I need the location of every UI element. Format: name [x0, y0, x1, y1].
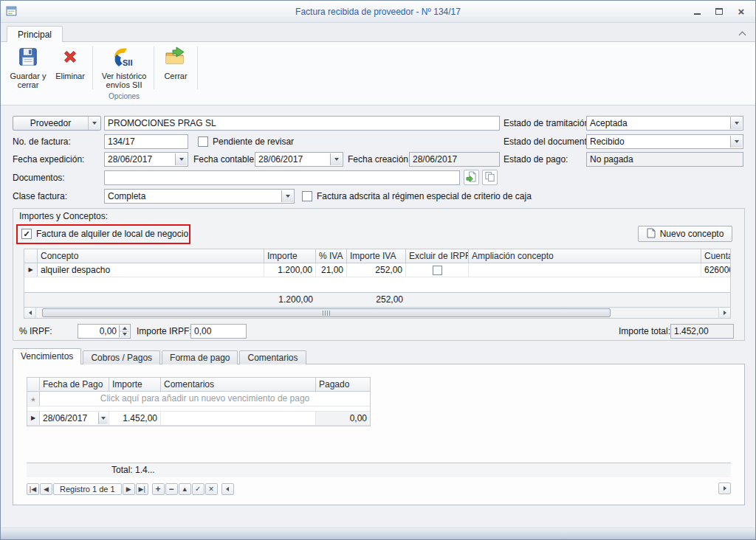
delete-button[interactable]: Eliminar: [51, 44, 89, 92]
col-excluir-irpf[interactable]: Excluir de IRPF: [406, 249, 469, 263]
cell-excluir-irpf[interactable]: [406, 263, 469, 277]
cell-comentarios[interactable]: [161, 412, 316, 425]
fecha-pago-dropdown-icon[interactable]: [98, 412, 108, 424]
tab-comentarios[interactable]: Comentarios: [239, 350, 306, 364]
vencimiento-row[interactable]: ▶ 28/06/2017 1.452,00 0,00: [27, 411, 370, 426]
nav-cancel-button[interactable]: ×: [205, 483, 218, 495]
fecha-pago-value: 28/06/2017: [43, 413, 87, 423]
clase-factura-value: Completa: [108, 191, 145, 201]
fecha-contable-dropdown-icon[interactable]: [330, 153, 342, 165]
cell-iva[interactable]: 21,00: [316, 263, 347, 277]
close-button[interactable]: ×: [732, 5, 751, 18]
excluir-irpf-checkbox[interactable]: [433, 266, 442, 275]
criterio-caja-checkbox[interactable]: [302, 191, 312, 201]
nav-last-button[interactable]: ▶|: [136, 483, 148, 495]
svg-text:SII: SII: [123, 58, 132, 67]
col-comentarios[interactable]: Comentarios: [161, 378, 316, 391]
col-cuenta[interactable]: Cuenta co: [701, 249, 730, 263]
cell-concepto[interactable]: alquiler despacho: [38, 263, 264, 277]
new-row[interactable]: * Click aquí para añadir un nuevo vencim…: [27, 392, 370, 406]
concepto-row[interactable]: ▶ alquiler despacho 1.200,00 21,00 252,0…: [24, 263, 730, 277]
col-importe-iva[interactable]: Importe IVA: [347, 249, 406, 263]
cell-cuenta[interactable]: 62600000: [701, 263, 730, 277]
header-indicator-cell: [27, 378, 40, 391]
header-indicator-cell: [24, 249, 38, 263]
col-ampliacion[interactable]: Ampliación concepto: [469, 249, 701, 263]
close-form-button[interactable]: Cerrar: [157, 44, 194, 92]
clase-factura-dropdown-icon[interactable]: [281, 190, 293, 202]
grid-scroll-left-button[interactable]: [221, 483, 234, 495]
cell-ampliacion[interactable]: [469, 263, 701, 277]
summary-row: 1.200,00 252,00: [24, 292, 730, 307]
col-iva[interactable]: % IVA: [316, 249, 347, 263]
scrollbar-track[interactable]: [36, 308, 718, 318]
spin-buttons[interactable]: [119, 325, 129, 337]
new-row-hint[interactable]: Click aquí para añadir un nuevo vencimie…: [40, 392, 370, 406]
nav-delete-button[interactable]: −: [165, 483, 178, 495]
cell-importe[interactable]: 1.452,00: [109, 412, 161, 425]
estado-tramitacion-dropdown-icon[interactable]: [730, 117, 742, 129]
fecha-expedicion-dropdown-icon[interactable]: [175, 153, 187, 165]
criterio-caja-label: Factura adscrita al régimen especial de …: [317, 189, 532, 204]
col-importe[interactable]: Importe: [109, 378, 161, 391]
nav-next-button[interactable]: ▶: [123, 483, 135, 495]
sii-history-button[interactable]: SII Ver histórico envíos SII: [95, 44, 153, 92]
scroll-right-icon[interactable]: [718, 308, 730, 318]
scrollbar-thumb[interactable]: [42, 308, 611, 317]
spin-up-icon[interactable]: [120, 325, 129, 331]
estado-tramitacion-combo[interactable]: Aceptada: [586, 116, 743, 131]
col-pagado[interactable]: Pagado: [316, 378, 370, 391]
record-counter: Registro 1 de 1: [53, 483, 122, 495]
col-importe[interactable]: Importe: [264, 249, 316, 263]
proveedor-input[interactable]: PROMOCIONES PRAG SL: [104, 116, 500, 131]
no-factura-input[interactable]: 134/17: [104, 134, 188, 149]
cell-fecha-pago[interactable]: 28/06/2017: [40, 412, 109, 425]
documentos-input[interactable]: [104, 170, 460, 185]
fecha-contable-combo[interactable]: 28/06/2017: [255, 152, 343, 167]
nav-first-button[interactable]: |◀: [27, 483, 39, 495]
nuevo-concepto-button[interactable]: Nuevo concepto: [638, 226, 732, 242]
estado-documento-combo[interactable]: Recibido: [586, 134, 743, 149]
attach-document-button[interactable]: [464, 170, 479, 185]
nav-prev-button[interactable]: ◀: [40, 483, 52, 495]
alquiler-checkbox[interactable]: ✓: [21, 229, 32, 239]
proveedor-button[interactable]: Proveedor: [13, 116, 101, 131]
col-fecha-pago[interactable]: Fecha de Pago: [40, 378, 109, 391]
fecha-expedicion-label: Fecha expedición:: [13, 152, 84, 167]
tab-forma-pago[interactable]: Forma de pago: [162, 350, 238, 364]
minimize-button[interactable]: [687, 5, 707, 18]
tab-principal[interactable]: Principal: [7, 26, 63, 43]
nav-post-button[interactable]: ✓: [192, 483, 205, 495]
maximize-button[interactable]: [709, 5, 729, 18]
grid-scroll-right-button[interactable]: [718, 482, 731, 494]
save-close-button[interactable]: Guardar y cerrar: [8, 44, 48, 92]
tab-cobros-pagos[interactable]: Cobros / Pagos: [83, 350, 160, 364]
cell-importe-iva[interactable]: 252,00: [347, 263, 406, 277]
estado-documento-value: Recibido: [590, 136, 625, 147]
copy-document-button[interactable]: [482, 170, 498, 185]
cell-importe[interactable]: 1.200,00: [264, 263, 316, 277]
nav-edit-button[interactable]: ▲: [179, 483, 191, 495]
summary-importe: 1.200,00: [264, 293, 316, 307]
horizontal-scrollbar[interactable]: [24, 307, 730, 318]
proveedor-dropdown-icon[interactable]: [88, 117, 100, 130]
clase-factura-combo[interactable]: Completa: [104, 189, 295, 204]
collapse-ribbon-icon[interactable]: [739, 32, 746, 39]
fecha-expedicion-combo[interactable]: 28/06/2017: [104, 152, 188, 167]
attach-document-icon: [466, 171, 477, 184]
vencimientos-panel: Fecha de Pago Importe Comentarios Pagado…: [13, 364, 745, 505]
importe-irpf-input[interactable]: 0,00: [190, 324, 247, 339]
vencimientos-grid-header: Fecha de Pago Importe Comentarios Pagado: [27, 378, 370, 392]
nav-add-button[interactable]: +: [152, 483, 165, 495]
pendiente-revisar-checkbox[interactable]: [198, 136, 208, 147]
spin-down-icon[interactable]: [120, 331, 129, 338]
tab-vencimientos[interactable]: Vencimientos: [13, 348, 81, 364]
irpf-pct-spin[interactable]: 0,00: [78, 324, 131, 339]
col-concepto[interactable]: Concepto: [38, 249, 264, 263]
scroll-left-icon[interactable]: [24, 308, 36, 318]
importe-total-label: Importe total:: [619, 324, 670, 339]
irpf-pct-value: 0,00: [100, 326, 117, 336]
estado-documento-dropdown-icon[interactable]: [730, 136, 742, 148]
summary-importe-iva: 252,00: [347, 293, 406, 307]
importe-total-field: 1.452,00: [670, 324, 734, 339]
